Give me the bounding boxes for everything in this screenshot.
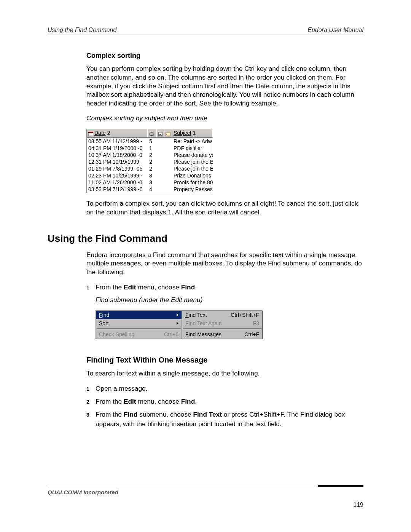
cell-subject: Please donate yo (172, 152, 213, 158)
column-header-subject[interactable]: Subject 1 (172, 129, 213, 137)
find-step-1: 1 From the Edit menu, choose Find. (86, 283, 363, 292)
find-submenu-caption: Find submenu (under the Edit menu) (86, 296, 363, 304)
cell-subject: Prize Donations (172, 172, 213, 179)
submenu-arrow-icon (177, 322, 178, 325)
menu-item-check-spelling: Check SpellingCtrl+6 (96, 330, 182, 339)
find-text-step-1: 1Open a message. (86, 384, 363, 393)
menu-item-sort[interactable]: Sort (96, 319, 182, 328)
column-header-attachment[interactable] (157, 129, 164, 137)
find-submenu: Find TextCtrl+Shift+FFind Text AgainF3Fi… (182, 310, 263, 339)
cell-date: 11:02 AM 1/26/2000 -0 (87, 179, 148, 186)
cell-size: 2 (148, 165, 157, 172)
attachment-icon (158, 131, 162, 135)
menu-separator (183, 328, 261, 329)
footer-company: QUALCOMM Incorporated (48, 489, 118, 495)
cell-date: 03:53 PM 7/12/1999 -0 (87, 186, 148, 193)
menu-item-label: Find (99, 312, 174, 318)
cell-date: 08:55 AM 11/12/1999 - (87, 138, 148, 145)
header-left: Using the Find Command (48, 27, 116, 34)
find-text-step-3: 3From the Find submenu, choose Find Text… (86, 410, 363, 428)
header-right: Eudora User Manual (307, 27, 363, 34)
find-text-intro: To search for text within a single messa… (86, 369, 363, 378)
find-text-heading: Finding Text Within One Message (86, 356, 363, 364)
cell-size: 2 (148, 152, 157, 158)
menu-item-label: Find Text (185, 312, 226, 318)
table-row[interactable]: 11:02 AM 1/26/2000 -03Proofs for the 80 (87, 179, 213, 186)
svg-rect-5 (166, 133, 170, 136)
date-column-icon (88, 131, 93, 135)
sort-table-caption: Complex sorting by subject and then date (86, 114, 363, 123)
svg-point-6 (166, 134, 167, 134)
cell-subject: Please join the E (172, 165, 213, 172)
date-header-label: Date (94, 130, 106, 136)
find-command-heading: Using the Find Command (48, 233, 363, 244)
size-icon (149, 131, 154, 135)
menu-item-shortcut: F3 (253, 320, 259, 326)
edit-menu: FindSortCheck SpellingCtrl+6 (96, 310, 182, 339)
submenu-arrow-icon (177, 313, 178, 316)
cell-date: 10:37 AM 1/18/2000 -0 (87, 152, 148, 158)
complex-sorting-heading: Complex sorting (86, 52, 363, 60)
table-row[interactable]: 03:53 PM 7/12/1999 -04Property Passes (87, 186, 213, 193)
cell-subject: PDF distiller (172, 145, 213, 152)
cell-date: 02:23 PM 10/25/1999 - (87, 172, 148, 179)
cell-date: 01:29 PM 7/8/1999 -05 (87, 165, 148, 172)
date-sort-order: 2 (107, 130, 110, 136)
table-row[interactable]: 01:29 PM 7/8/1999 -052Please join the E (87, 165, 213, 172)
cell-date: 04:31 PM 1/19/2000 -0 (87, 145, 148, 152)
complex-sorting-para2: To perform a complex sort, you can click… (86, 199, 363, 217)
find-submenu-screenshot: FindSortCheck SpellingCtrl+6 Find TextCt… (96, 310, 363, 339)
menu-item-find-messages[interactable]: Find MessagesCtrl+F (182, 330, 262, 339)
table-row[interactable]: 08:55 AM 11/12/1999 -5Re: Paid -> Adw (87, 138, 213, 145)
cell-size: 2 (148, 158, 157, 165)
svg-rect-4 (159, 134, 161, 135)
subject-header-label: Subject (174, 130, 191, 136)
cell-subject: Property Passes (172, 186, 213, 193)
footer-page-number: 119 (48, 502, 363, 508)
cell-size: 1 (148, 145, 157, 152)
label-icon (166, 131, 170, 135)
column-header-date[interactable]: Date 2 (87, 129, 148, 137)
sort-example-table: Date 2 Subjec (86, 129, 213, 193)
menu-item-label: Check Spelling (99, 331, 159, 337)
table-row[interactable]: 02:23 PM 10/25/1999 -8Prize Donations (87, 172, 213, 179)
table-row[interactable]: 04:31 PM 1/19/2000 -01PDF distiller (87, 145, 213, 152)
subject-sort-order: 1 (193, 130, 196, 136)
cell-date: 12:31 PM 10/19/1999 - (87, 158, 148, 165)
column-header-label[interactable] (164, 129, 172, 137)
menu-item-shortcut: Ctrl+Shift+F (231, 312, 259, 318)
menu-item-label: Find Messages (185, 331, 240, 337)
cell-subject: Proofs for the 80 (172, 179, 213, 186)
menu-separator (97, 328, 181, 329)
table-row[interactable]: 12:31 PM 10/19/1999 -2Please join the E (87, 158, 213, 165)
menu-item-find-text-again: Find Text AgainF3 (182, 319, 262, 328)
menu-item-label: Find Text Again (185, 320, 249, 326)
cell-subject: Re: Paid -> Adw (172, 138, 213, 145)
menu-item-shortcut: Ctrl+6 (164, 331, 178, 337)
page-header: Using the Find Command Eudora User Manua… (48, 27, 363, 35)
cell-size: 5 (148, 138, 157, 145)
menu-item-shortcut: Ctrl+F (245, 331, 260, 337)
menu-item-find[interactable]: Find (96, 311, 182, 319)
cell-size: 3 (148, 179, 157, 186)
find-command-intro: Eudora incorporates a Find command that … (86, 251, 363, 276)
menu-item-find-text[interactable]: Find TextCtrl+Shift+F (182, 311, 262, 319)
table-row[interactable]: 10:37 AM 1/18/2000 -02Please donate yo (87, 152, 213, 158)
menu-item-label: Sort (99, 320, 174, 326)
cell-subject: Please join the E (172, 158, 213, 165)
find-text-step-2: 2From the Edit menu, choose Find. (86, 397, 363, 406)
column-header-size[interactable] (148, 129, 157, 137)
cell-size: 4 (148, 186, 157, 193)
page-footer: QUALCOMM Incorporated 119 (48, 485, 363, 508)
svg-rect-1 (88, 132, 93, 133)
complex-sorting-para: You can perform complex sorting by holdi… (86, 64, 363, 108)
cell-size: 8 (148, 172, 157, 179)
